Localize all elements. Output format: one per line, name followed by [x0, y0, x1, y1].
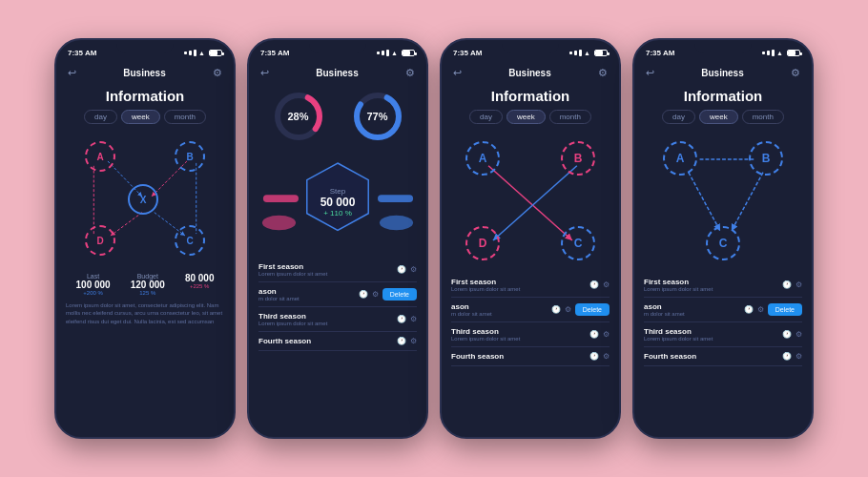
back-icon-1[interactable]: ↩	[68, 67, 76, 79]
stat-change-budget: 125 %	[131, 290, 165, 296]
stat-value-third: 80 000	[185, 273, 215, 283]
tab-day-4[interactable]: day	[662, 110, 695, 124]
time-2: 7:35 AM	[260, 49, 289, 57]
phone-content-3: Information day week month	[442, 84, 619, 437]
clock-icon-2-3[interactable]: 🕐	[551, 305, 561, 314]
gear-icon-2-4[interactable]: ⚙	[757, 305, 764, 314]
season-item-4-3: Fourth season 🕐 ⚙	[451, 347, 610, 366]
notch-3	[502, 40, 559, 53]
season-actions-4-4: 🕐 ⚙	[782, 352, 802, 361]
gear-icon-1-3[interactable]: ⚙	[603, 280, 610, 289]
gear-icon-3-4[interactable]: ⚙	[796, 330, 802, 339]
clock-icon-3-3[interactable]: 🕐	[589, 330, 599, 339]
gear-icon-3-3[interactable]: ⚙	[603, 330, 610, 339]
clock-icon-4-4[interactable]: 🕐	[782, 352, 792, 361]
clock-icon-4-3[interactable]: 🕐	[589, 352, 599, 361]
clock-icon-1-3[interactable]: 🕐	[589, 280, 599, 289]
tab-day-3[interactable]: day	[469, 110, 503, 124]
gear-icon-1-4[interactable]: ⚙	[796, 280, 802, 289]
tab-week-4[interactable]: week	[699, 110, 738, 124]
donut-chart-2: 77%	[349, 88, 406, 145]
stat-label-last: Last	[76, 273, 111, 280]
season-info-4-2: Fourth season	[258, 337, 311, 345]
season-title-4-4: Fourth season	[644, 352, 696, 361]
tab-month-4[interactable]: month	[742, 110, 784, 124]
signal-1	[184, 52, 187, 54]
stat-last: Last 100 000 +200 %	[76, 273, 111, 296]
signal-2c	[386, 50, 389, 56]
gear-icon-4-4[interactable]: ⚙	[796, 352, 802, 361]
tab-bar-1: day week month	[66, 110, 224, 124]
node-d: D	[85, 225, 115, 256]
clock-icon-4-2[interactable]: 🕐	[397, 337, 406, 345]
gear-icon-2-2[interactable]: ⚙	[372, 290, 379, 299]
charts-row: 28% 77%	[258, 88, 417, 145]
tab-week-1[interactable]: week	[121, 110, 160, 124]
gear-icon-2-3[interactable]: ⚙	[565, 305, 571, 314]
clock-icon-2-4[interactable]: 🕐	[744, 305, 754, 314]
signal-3c	[579, 50, 582, 56]
signal-3a	[569, 52, 572, 54]
season-title-2-3: ason	[451, 302, 492, 311]
stat-value-last: 100 000	[76, 280, 111, 290]
hex-change: + 110 %	[320, 209, 356, 218]
time-3: 7:35 AM	[453, 49, 482, 57]
clock-icon-2-2[interactable]: 🕐	[359, 290, 368, 299]
season-title-3-4: Third season	[644, 327, 713, 336]
settings-icon-3[interactable]: ⚙	[598, 67, 608, 79]
season-item-1-4: First season Lorem ipsum dolor sit amet …	[644, 273, 802, 298]
description-1: Lorem ipsum dolor sit amet, consectetur …	[66, 301, 224, 325]
clock-icon-3-4[interactable]: 🕐	[782, 330, 792, 339]
season-actions-2-2: 🕐 ⚙ Delete	[359, 288, 417, 301]
tab-month-1[interactable]: month	[164, 110, 206, 124]
clock-icon-1-4[interactable]: 🕐	[782, 280, 792, 289]
back-icon-2[interactable]: ↩	[260, 67, 269, 79]
season-desc-2-4: m dolor sit amet	[644, 311, 685, 317]
delete-btn-2-4[interactable]: Delete	[768, 303, 802, 316]
svg-point-13	[380, 216, 413, 231]
nav-title-3: Business	[508, 68, 550, 78]
notch-1	[116, 40, 174, 53]
gear-icon-1-2[interactable]: ⚙	[410, 265, 417, 274]
gear-icon-4-3[interactable]: ⚙	[603, 352, 610, 361]
tab-day-1[interactable]: day	[84, 110, 117, 124]
gear-icon-4-2[interactable]: ⚙	[410, 337, 417, 345]
settings-icon-2[interactable]: ⚙	[405, 67, 415, 79]
back-icon-4[interactable]: ↩	[646, 67, 654, 79]
season-actions-1-4: 🕐 ⚙	[782, 280, 802, 289]
time-1: 7:35 AM	[68, 49, 96, 57]
donut-label-2: 77%	[366, 111, 387, 122]
season-title-3-3: Third season	[451, 327, 520, 336]
season-info-2-2: ason m dolor sit amet	[258, 287, 300, 301]
nav-bar-4: ↩ Business ⚙	[634, 61, 812, 84]
season-actions-2-4: 🕐 ⚙ Delete	[744, 303, 802, 316]
svg-rect-10	[263, 195, 299, 202]
status-icons-4: ▲	[762, 50, 800, 56]
settings-icon-4[interactable]: ⚙	[791, 67, 800, 79]
season-item-3-3: Third season Lorem ipsum dolor sit amet …	[451, 322, 610, 347]
tab-week-3[interactable]: week	[506, 110, 546, 124]
network-diagram-4: A B C	[644, 132, 802, 265]
time-4: 7:35 AM	[646, 49, 674, 57]
clock-icon-1-2[interactable]: 🕐	[397, 265, 406, 274]
delete-btn-2-3[interactable]: Delete	[575, 303, 610, 316]
phones-container: 7:35 AM ▲ ↩ Business ⚙ Information day w…	[35, 19, 833, 458]
season-title-3-2: Third season	[258, 312, 327, 321]
battery-3	[594, 50, 608, 56]
season-title-1-2: First season	[258, 262, 327, 271]
back-icon-3[interactable]: ↩	[453, 67, 462, 79]
wifi-icon-1: ▲	[198, 50, 205, 56]
battery-4	[787, 50, 800, 56]
season-title-2-2: ason	[258, 287, 300, 296]
svg-rect-12	[378, 195, 413, 202]
node-a4: A	[663, 141, 697, 176]
hexagon-container: Step 50 000 + 110 %	[258, 155, 417, 250]
node-a3: A	[465, 141, 500, 176]
gear-icon-3-2[interactable]: ⚙	[410, 315, 417, 323]
svg-point-11	[262, 216, 296, 231]
clock-icon-3-2[interactable]: 🕐	[397, 315, 406, 323]
settings-icon-1[interactable]: ⚙	[213, 67, 222, 79]
tab-month-3[interactable]: month	[549, 110, 591, 124]
delete-btn-2-2[interactable]: Delete	[382, 288, 417, 301]
hex-content: Step 50 000 + 110 %	[320, 187, 356, 218]
